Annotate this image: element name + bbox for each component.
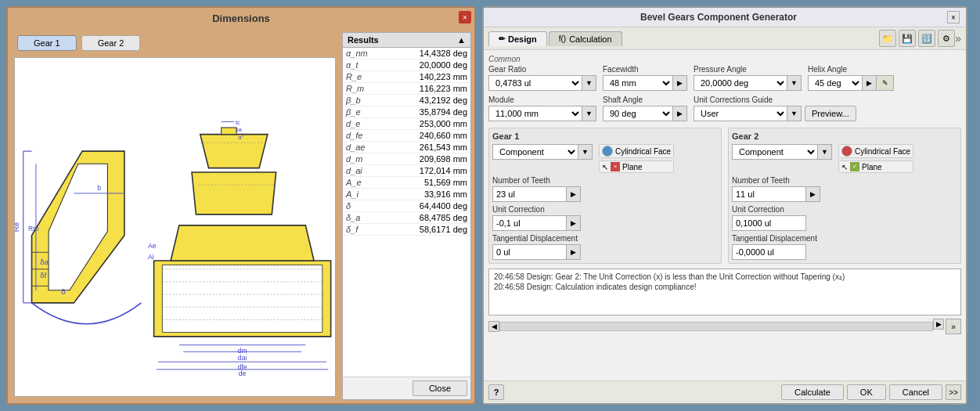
gear1-tangential-input[interactable] (492, 244, 567, 260)
results-panel: Results ▲ α_nm14,4328 degα_t20,0000 degR… (342, 32, 471, 400)
scroll-arrows: ◀ (488, 321, 499, 332)
gear1-tab[interactable]: Gear 1 (17, 35, 77, 51)
design-tab[interactable]: ✏ Design (488, 31, 547, 46)
result-value: 20,0000 deg (386, 59, 470, 71)
svg-rect-19 (222, 128, 236, 135)
gear1-unit-correction-input[interactable] (492, 215, 567, 231)
result-value: 253,000 mm (386, 118, 470, 130)
svg-text:δ: δ (61, 287, 65, 296)
result-value: 68,4785 deg (386, 212, 470, 224)
result-symbol: R_m (343, 83, 386, 95)
gear1-cylindrical-face-btn[interactable]: Cylindrical Face (599, 144, 674, 158)
pressure-angle-select[interactable]: 20,0000 deg (694, 75, 787, 91)
helix-angle-label: Helix Angle (808, 65, 894, 74)
close-bottom-row: Close (343, 377, 470, 399)
shaft-angle-select[interactable]: 90 deg (603, 106, 673, 121)
gear-ratio-select[interactable]: 0,4783 ul (488, 75, 582, 91)
gear2-teeth-arrow[interactable]: ▶ (806, 186, 820, 202)
ok-button[interactable]: OK (847, 384, 886, 400)
bevel-title: Bevel Gears Component Generator (490, 12, 947, 23)
gear1-cursor-icon: ↖ (602, 163, 608, 171)
results-row: δ64,4400 deg (343, 200, 470, 212)
result-value: 240,660 mm (386, 130, 470, 142)
svg-text:sa: sa (236, 126, 243, 133)
result-value: 43,2192 deg (386, 95, 470, 106)
gear1-tangential-label: Tangential Displacement (492, 234, 718, 243)
gear1-component-input: Component ▼ (492, 144, 593, 160)
open-folder-icon[interactable]: 📁 (879, 30, 896, 47)
close-x-button[interactable]: × (459, 11, 471, 23)
results-row: d_ai172,014 mm (343, 165, 470, 177)
helix-angle-arrow-btn[interactable]: ▶ (863, 75, 877, 91)
gear1-unit-correction-arrow[interactable]: ▶ (567, 215, 581, 231)
result-symbol: d_ai (343, 165, 386, 177)
results-row: A_i33,916 mm (343, 189, 470, 200)
result-symbol: A_e (343, 177, 386, 189)
preview-button[interactable]: Preview... (805, 106, 856, 121)
results-row: δ_a68,4785 deg (343, 212, 470, 224)
gear2-tangential-input[interactable] (732, 244, 806, 260)
module-arrow-btn[interactable]: ▼ (582, 106, 596, 121)
svg-text:de: de (239, 370, 247, 378)
pressure-angle-arrow-btn[interactable]: ▼ (787, 75, 802, 91)
expand-right-button[interactable]: » (955, 32, 961, 45)
result-value: 33,916 mm (386, 189, 470, 200)
calculator-icon[interactable]: 🔢 (918, 30, 935, 47)
gear1-tangential-group: Tangential Displacement ▶ (492, 234, 718, 260)
gear2-cylindrical-face-btn[interactable]: Cylindrical Face (838, 144, 913, 158)
gear1-teeth-arrow[interactable]: ▶ (567, 186, 581, 202)
more-button[interactable]: >> (946, 384, 961, 400)
close-bottom-button[interactable]: Close (413, 380, 467, 396)
gear2-tab[interactable]: Gear 2 (81, 35, 141, 51)
results-table: α_nm14,4328 degα_t20,0000 degR_e140,223 … (343, 48, 470, 236)
help-button[interactable]: ? (488, 384, 504, 400)
gear2-component-select[interactable]: Component (732, 144, 818, 160)
gear1-tangential-arrow[interactable]: ▶ (567, 244, 581, 260)
helix-angle-edit-btn[interactable]: ✎ (877, 75, 894, 91)
gear2-unit-correction-input[interactable] (732, 215, 806, 231)
results-row: α_nm14,4328 deg (343, 48, 470, 59)
gear2-unit-correction-label: Unit Correction (732, 205, 957, 214)
common-label: Common (488, 55, 961, 63)
result-symbol: d_m (343, 153, 386, 165)
gear2-component-row: Component ▼ Cylindrical Face ↖ ✓ Plane (732, 144, 957, 173)
unit-corrections-arrow-btn[interactable]: ▼ (787, 106, 802, 121)
design-icon: ✏ (499, 34, 505, 43)
calculation-tab[interactable]: f() Calculation (549, 31, 622, 46)
results-row: R_m116,223 mm (343, 83, 470, 95)
gear1-plane-btn[interactable]: ↖ × Plane (599, 160, 674, 173)
results-row: d_ae261,543 mm (343, 142, 470, 153)
cancel-button[interactable]: Cancel (889, 384, 942, 400)
gear1-component-arrow[interactable]: ▼ (578, 144, 593, 160)
result-symbol: β_b (343, 95, 386, 106)
gear2-component-arrow[interactable]: ▼ (818, 144, 832, 160)
scroll-left-arrow[interactable]: ◀ (488, 321, 499, 332)
calculate-button[interactable]: Calculate (781, 384, 844, 400)
facewidth-arrow-btn[interactable]: ▶ (673, 75, 687, 91)
scroll-right-arrow[interactable]: ▶ (933, 319, 944, 330)
results-scroll[interactable]: α_nm14,4328 degα_t20,0000 degR_e140,223 … (343, 48, 470, 377)
gear2-cursor-icon: ↖ (841, 163, 848, 171)
expand-right-icon[interactable]: » (946, 319, 961, 334)
unit-corrections-select[interactable]: User (694, 106, 787, 121)
save-icon[interactable]: 💾 (899, 30, 916, 47)
svg-text:δa: δa (40, 258, 49, 266)
gear1-teeth-input[interactable] (492, 186, 567, 202)
result-value: 64,4400 deg (386, 200, 470, 212)
gear2-teeth-input[interactable] (732, 186, 806, 202)
gear2-plane-btn[interactable]: ↖ ✓ Plane (838, 160, 913, 173)
unit-corrections-row: User ▼ Preview... (694, 106, 856, 121)
results-row: R_e140,223 mm (343, 71, 470, 83)
helix-angle-select[interactable]: 45 deg (808, 75, 863, 91)
settings-icon[interactable]: ⚙ (938, 30, 955, 47)
module-select[interactable]: 11,000 mm (488, 106, 582, 121)
shaft-angle-arrow-btn[interactable]: ▶ (673, 106, 687, 121)
facewidth-select[interactable]: 48 mm (603, 75, 673, 91)
gear1-component-select[interactable]: Component (492, 144, 578, 160)
horizontal-scrollbar[interactable] (499, 322, 933, 331)
gear-ratio-arrow-btn[interactable]: ▼ (582, 75, 596, 91)
gear-ratio-group: Gear Ratio 0,4783 ul ▼ (488, 65, 596, 91)
dimensions-panel: Dimensions × Gear 1 Gear 2 (6, 6, 476, 405)
result-symbol: β_e (343, 106, 386, 118)
bevel-close-button[interactable]: × (947, 11, 960, 23)
